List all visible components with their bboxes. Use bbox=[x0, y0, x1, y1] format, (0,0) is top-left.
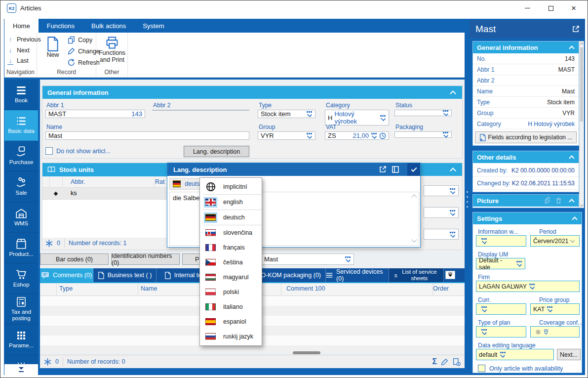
sidebar-item-tax-and-posting[interactable]: Tax and posting bbox=[4, 294, 38, 325]
next-button[interactable]: Next... bbox=[557, 349, 581, 360]
information-combo[interactable] bbox=[476, 235, 526, 247]
column-abbr[interactable]: Abbr. bbox=[71, 178, 85, 185]
card-header[interactable]: Settings bbox=[473, 212, 582, 224]
menu-item-polish[interactable]: polski bbox=[200, 285, 262, 299]
sidebar-item-product[interactable]: Product... bbox=[4, 233, 38, 263]
period-combo[interactable]: Červen/2021 bbox=[530, 235, 580, 247]
dropdown-icon[interactable] bbox=[442, 132, 449, 137]
menu-item-slovak[interactable]: slovenčina bbox=[200, 225, 262, 240]
dropdown-icon[interactable] bbox=[516, 261, 522, 266]
refresh-button[interactable]: Refresh bbox=[68, 59, 100, 66]
coverage-combo[interactable] bbox=[530, 326, 580, 337]
clock-icon[interactable] bbox=[379, 132, 386, 139]
tab-overflow-button[interactable] bbox=[445, 271, 455, 279]
menu-item-english[interactable]: english bbox=[200, 195, 262, 210]
dropdown-icon[interactable] bbox=[306, 111, 313, 117]
scroll-up-icon[interactable] bbox=[580, 42, 584, 46]
dropdown-icon[interactable] bbox=[481, 329, 487, 335]
dialog-header[interactable]: Lang. description bbox=[167, 163, 420, 176]
dropdown-icon[interactable] bbox=[449, 210, 456, 215]
sidebar-item-parameters[interactable]: Parame... bbox=[4, 325, 38, 355]
popout-button[interactable] bbox=[572, 25, 580, 33]
sidebar-item-basic-data[interactable]: Basic data bbox=[4, 110, 38, 141]
sum-icon[interactable]: Σ bbox=[432, 357, 437, 366]
copy-button[interactable]: Copy bbox=[68, 36, 92, 44]
dropdown-icon[interactable] bbox=[345, 256, 351, 262]
menu-item-german[interactable]: deutsch bbox=[200, 210, 262, 225]
last-button[interactable]: ↓Last bbox=[7, 57, 29, 65]
sidebar-item-wms[interactable]: WMS bbox=[4, 202, 38, 233]
only-available-checkbox[interactable] bbox=[478, 365, 485, 372]
collapse-icon[interactable] bbox=[569, 45, 574, 51]
ribbon-tab-home[interactable]: Home bbox=[4, 19, 39, 33]
dropdown-icon[interactable] bbox=[449, 188, 456, 194]
trash-icon[interactable] bbox=[555, 197, 562, 204]
snowflake-icon[interactable] bbox=[45, 240, 53, 247]
collapse-icon[interactable] bbox=[450, 90, 456, 97]
fields-legislation-button[interactable]: Fields according to legislation ... bbox=[475, 131, 577, 143]
confirm-button[interactable] bbox=[407, 163, 420, 176]
menu-item-czech[interactable]: čeština bbox=[200, 255, 262, 270]
currency-combo[interactable] bbox=[476, 303, 526, 315]
column-comment[interactable]: Comment 100 bbox=[286, 285, 325, 292]
card-header[interactable]: Picture bbox=[473, 195, 579, 207]
dropdown-icon[interactable] bbox=[306, 133, 313, 138]
dropdown-icon[interactable] bbox=[442, 110, 449, 116]
data-editing-language-combo[interactable]: default bbox=[476, 349, 554, 360]
packaging-combo[interactable] bbox=[394, 131, 452, 138]
tab-business-text[interactable]: Business text ( ) bbox=[93, 268, 157, 282]
functions-and-print-button[interactable]: Functions and Print bbox=[97, 37, 127, 63]
new-button[interactable]: New bbox=[42, 37, 64, 58]
menu-item-implicit[interactable]: implicitní bbox=[200, 179, 262, 194]
abbr1-field[interactable]: MAST143 bbox=[45, 110, 145, 118]
menu-item-spanish[interactable]: espaniol bbox=[200, 314, 262, 329]
scroll-down-icon[interactable] bbox=[580, 203, 584, 207]
collapse-icon[interactable] bbox=[569, 155, 574, 161]
hidden-combo-2[interactable] bbox=[424, 207, 459, 218]
panel-splitter[interactable] bbox=[466, 191, 468, 211]
column-name[interactable]: Name bbox=[141, 285, 157, 292]
type-of-plan-combo[interactable] bbox=[476, 326, 526, 337]
bar-codes-button[interactable]: Bar codes (0) bbox=[40, 253, 109, 265]
dropdown-icon[interactable] bbox=[547, 306, 553, 312]
group-combo[interactable]: VYR bbox=[258, 131, 315, 140]
change-button[interactable]: Change bbox=[68, 47, 100, 55]
menu-item-french[interactable]: français bbox=[200, 240, 262, 255]
column-ratio[interactable]: Rat bbox=[155, 178, 164, 185]
card-header[interactable]: General information bbox=[473, 42, 579, 53]
mast-combo[interactable]: Mast bbox=[251, 253, 354, 265]
add-document-icon[interactable] bbox=[452, 358, 461, 366]
name-field[interactable]: Mast bbox=[45, 131, 249, 140]
card-header[interactable]: Other details bbox=[473, 151, 579, 163]
menu-item-italian[interactable]: italiano bbox=[200, 299, 262, 314]
identification-numbers-button[interactable]: Identification numbers (0) bbox=[111, 253, 180, 265]
collapse-icon[interactable] bbox=[450, 168, 456, 174]
ribbon-tab-functions[interactable]: Functions bbox=[39, 19, 83, 33]
price-group-combo[interactable]: KAT bbox=[530, 303, 580, 315]
dropdown-icon[interactable] bbox=[500, 352, 506, 357]
dropdown-icon[interactable] bbox=[380, 115, 386, 121]
type-combo[interactable]: Stock item bbox=[258, 110, 315, 118]
sidebar-item-purchase[interactable]: Purchase bbox=[4, 141, 38, 171]
hidden-combo-3[interactable] bbox=[424, 229, 459, 240]
minimize-button[interactable] bbox=[516, 0, 538, 16]
menu-item-russian[interactable]: ruskij jazyk bbox=[200, 329, 262, 344]
save-layout-button[interactable] bbox=[392, 166, 399, 173]
gear-icon[interactable] bbox=[535, 329, 541, 335]
dropdown-icon[interactable] bbox=[371, 133, 377, 138]
maximize-button[interactable] bbox=[540, 0, 562, 16]
display-um-combo[interactable]: Default - sale bbox=[476, 258, 525, 269]
edit-icon[interactable] bbox=[441, 358, 448, 366]
status-combo[interactable] bbox=[394, 110, 452, 116]
do-not-show-checkbox[interactable] bbox=[45, 147, 53, 155]
sidebar-item-sale[interactable]: Sale bbox=[4, 171, 38, 202]
dropdown-icon[interactable] bbox=[481, 238, 487, 244]
right-panel-scrollbar[interactable] bbox=[579, 41, 584, 208]
scroll-up-icon[interactable] bbox=[411, 194, 417, 200]
previous-button[interactable]: ↑Previous bbox=[7, 36, 41, 43]
snowflake-icon[interactable] bbox=[44, 358, 51, 366]
sidebar-collapse-button[interactable] bbox=[4, 364, 38, 375]
tab-comments[interactable]: Comments (0) bbox=[40, 268, 93, 282]
popout-button[interactable] bbox=[379, 166, 387, 173]
collapse-icon[interactable] bbox=[569, 199, 574, 204]
